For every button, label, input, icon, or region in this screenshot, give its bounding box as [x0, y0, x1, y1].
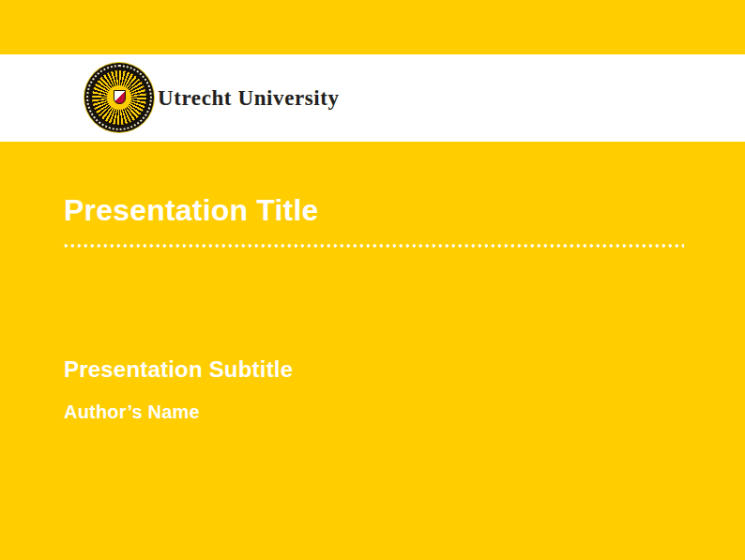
- utrecht-sun-seal-icon: [84, 63, 154, 132]
- sun-core: [107, 85, 131, 110]
- slide-background: Utrecht University Presentation Title Pr…: [0, 0, 745, 560]
- dotted-divider: [64, 243, 684, 249]
- utrecht-shield-icon: [114, 90, 126, 104]
- presentation-subtitle: Presentation Subtitle: [64, 356, 293, 383]
- presentation-title: Presentation Title: [64, 193, 319, 228]
- header-band: Utrecht University: [0, 54, 745, 142]
- author-name: Author’s Name: [64, 401, 200, 423]
- university-wordmark: Utrecht University: [158, 54, 340, 142]
